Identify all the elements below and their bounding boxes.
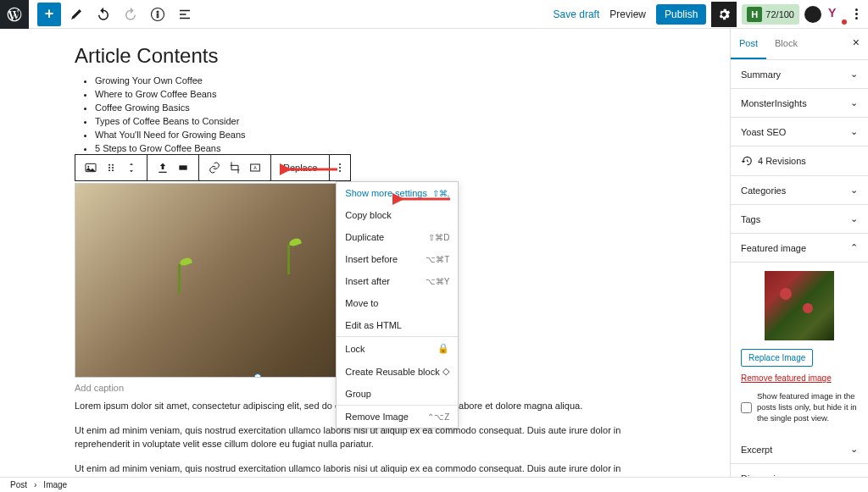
chevron-down-icon: ⌄ [850,444,858,455]
svg-point-6 [108,169,110,171]
panel-categories[interactable]: Categories⌄ [731,176,868,205]
breadcrumb-sep: › [34,480,36,489]
headline-score: 72/100 [765,9,794,19]
svg-point-1 [87,166,89,168]
svg-point-5 [112,167,114,169]
panel-featured-image[interactable]: Featured image⌃ [731,234,868,263]
annotation-arrow [280,163,339,179]
breadcrumb: Post › Image [0,477,868,492]
menu-insert-before[interactable]: Insert before⌥⌘T [337,248,458,270]
panel-monsterinsights[interactable]: MonsterInsights⌄ [731,89,868,118]
analytics-icon[interactable] [804,6,821,23]
editor-canvas: Article Contents Growing Your Own Coffee… [0,29,730,477]
svg-point-4 [108,167,110,169]
replace-image-button[interactable]: Replace Image [741,349,813,367]
menu-reusable-block[interactable]: Create Reusable block◇ [337,360,458,383]
yoast-icon[interactable] [828,6,845,23]
settings-icon[interactable] [711,2,737,27]
link-icon[interactable] [206,159,223,176]
drag-handle-icon[interactable] [103,159,120,176]
menu-edit-html[interactable]: Edit as HTML [337,314,458,336]
publish-button[interactable]: Publish [656,4,706,25]
settings-sidebar: Post Block × Summary⌄ MonsterInsights⌄ Y… [730,29,868,477]
move-icon[interactable] [123,159,140,176]
featured-image-thumbnail[interactable] [765,271,834,340]
save-draft-link[interactable]: Save draft [554,8,600,20]
select-tool-icon[interactable] [64,3,88,26]
svg-text:A: A [253,165,257,170]
menu-insert-after[interactable]: Insert after⌥⌘Y [337,270,458,292]
lock-icon: 🔒 [437,343,449,354]
paragraph[interactable]: Ut enim ad minim veniam, quis nostrud ex… [75,462,668,477]
tab-post[interactable]: Post [731,29,766,59]
add-block-button[interactable]: + [37,3,61,26]
history-icon [741,155,753,167]
text-overlay-icon[interactable]: A [247,159,264,176]
list-item[interactable]: Growing Your Own Coffee [95,75,687,88]
reusable-icon: ◇ [442,366,449,377]
svg-point-3 [112,164,114,166]
paragraph[interactable]: Ut enim ad minim veniam, quis nostrud ex… [75,424,668,451]
list-item[interactable]: Coffee Growing Basics [95,102,687,115]
list-item[interactable]: Types of Coffee Beans to Consider [95,115,687,129]
wp-logo[interactable] [0,0,29,29]
panel-tags[interactable]: Tags⌄ [731,205,868,234]
menu-duplicate[interactable]: Duplicate⇧⌘D [337,226,458,248]
list-item[interactable]: Where to Grow Coffee Beans [95,88,687,102]
panel-revisions[interactable]: 4 Revisions [731,146,868,176]
info-icon[interactable] [146,3,170,26]
featured-checkbox[interactable] [741,392,752,423]
page-title[interactable]: Article Contents [75,44,687,68]
chevron-up-icon: ⌃ [850,242,858,253]
undo-icon[interactable] [92,3,115,26]
remove-featured-link[interactable]: Remove featured image [741,373,858,383]
panel-discussion[interactable]: Discussion⌄ [731,464,868,477]
breadcrumb-image[interactable]: Image [43,480,67,489]
annotation-arrow [392,192,452,208]
chevron-down-icon: ⌄ [850,213,858,224]
svg-rect-8 [179,165,186,169]
panel-yoast[interactable]: Yoast SEO⌄ [731,118,868,146]
redo-icon[interactable] [119,3,142,26]
chevron-down-icon: ⌄ [850,97,858,108]
breadcrumb-post[interactable]: Post [10,480,27,489]
list-item[interactable]: What You'll Need for Growing Beans [95,129,687,142]
crop-icon[interactable] [226,159,243,176]
block-options-menu: Show more settings⇧⌘, Copy block Duplica… [336,181,459,428]
image-block-icon[interactable] [82,159,99,176]
headline-score-badge[interactable]: H 72/100 [742,4,799,25]
chevron-down-icon: ⌄ [850,126,858,137]
more-icon[interactable] [852,8,861,19]
svg-point-7 [112,169,114,171]
panel-excerpt[interactable]: Excerpt⌄ [731,435,868,464]
menu-group[interactable]: Group [337,383,458,405]
width-icon[interactable] [175,159,192,176]
close-icon[interactable]: × [844,29,868,59]
panel-summary[interactable]: Summary⌄ [731,60,868,89]
tab-block[interactable]: Block [766,29,806,59]
chevron-down-icon: ⌄ [850,185,858,196]
resize-handle-bottom[interactable] [254,373,262,378]
menu-move-to[interactable]: Move to [337,292,458,314]
svg-point-2 [108,164,110,166]
headline-icon: H [747,7,762,22]
preview-link[interactable]: Preview [609,8,646,20]
featured-option[interactable]: Show featured image in the posts lists o… [741,391,858,423]
chevron-down-icon: ⌄ [850,69,858,80]
menu-remove-image[interactable]: Remove Image⌃⌥Z [337,406,458,428]
menu-lock[interactable]: Lock🔒 [337,337,458,360]
align-icon[interactable] [154,159,171,176]
outline-icon[interactable] [173,3,197,26]
topbar: + Save draft Preview Publish H 72/100 [0,0,868,29]
